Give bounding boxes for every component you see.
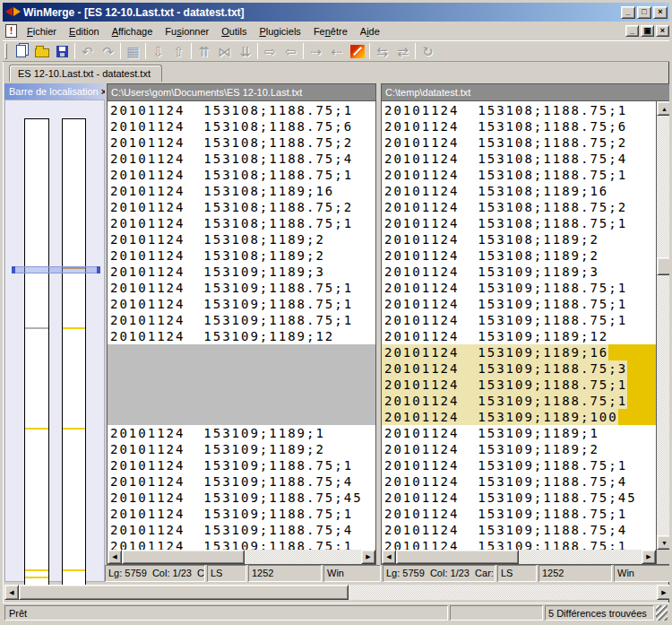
- swap-left-button[interactable]: ⇄: [392, 42, 413, 61]
- scroll-right-arrow[interactable]: ▶: [361, 550, 375, 564]
- mdi-restore-button[interactable]: ▣: [641, 25, 654, 37]
- next-difference-button[interactable]: ⇩: [148, 42, 168, 61]
- location-bar-left-file[interactable]: [24, 118, 49, 587]
- right-vertical-scrollbar[interactable]: ▲ ▼: [656, 101, 672, 550]
- file-line[interactable]: 20101124 153109;1188.75;1: [108, 280, 375, 296]
- file-line[interactable]: 20101124 153108;1189;16: [382, 183, 656, 199]
- left-file-content[interactable]: 20101124 153108;1188.75;120101124 153108…: [108, 101, 375, 550]
- copy-left-button[interactable]: ⇦: [280, 42, 301, 61]
- file-line[interactable]: 20101124 153109;1188.75;1: [108, 506, 375, 522]
- menu-item[interactable]: Affichage: [106, 23, 159, 39]
- right-horizontal-scrollbar[interactable]: ◀ ▶: [382, 550, 656, 564]
- right-file-path-header[interactable]: C:\temp\datatest.txt: [382, 84, 672, 101]
- file-line[interactable]: 20101124 153109;1189;12: [108, 328, 375, 344]
- new-button[interactable]: [11, 42, 31, 61]
- file-line[interactable]: 20101124 153109;1189;12: [382, 328, 656, 344]
- file-line[interactable]: 20101124 153109;1188.75;1: [382, 312, 656, 328]
- file-line[interactable]: 20101124 153109;1189;3: [108, 264, 375, 280]
- visible-area-indicator[interactable]: [12, 266, 100, 273]
- view-grid-button[interactable]: ▦: [123, 42, 143, 61]
- swap-right-button[interactable]: ⇆: [372, 42, 392, 61]
- file-line[interactable]: 20101124 153108;1188.75;1: [382, 167, 656, 183]
- scrollbar-thumb[interactable]: [396, 550, 519, 564]
- menu-item[interactable]: Aide: [354, 23, 386, 39]
- file-line[interactable]: 20101124 153109;1188.75;4: [382, 473, 656, 490]
- menu-item[interactable]: Edition: [63, 23, 106, 39]
- file-line[interactable]: 20101124 153108;1188.75;1: [382, 102, 656, 118]
- file-line[interactable]: 20101124 153109;1189;2: [382, 441, 656, 457]
- file-line[interactable]: 20101124 153109;1188.75;1: [108, 312, 375, 328]
- scrollbar-thumb[interactable]: [19, 585, 349, 600]
- scrollbar-thumb[interactable]: [657, 257, 672, 275]
- file-line[interactable]: 20101124 153108;1189;2: [108, 247, 375, 264]
- open-button[interactable]: [31, 42, 52, 61]
- file-line[interactable]: 20101124 153109;1188.75;1: [108, 457, 375, 473]
- file-line[interactable]: 20101124 153109;1188.75;1: [382, 457, 656, 473]
- first-difference-button[interactable]: ⇈: [194, 42, 214, 61]
- file-line[interactable]: 20101124 153108;1189;2: [382, 247, 656, 264]
- menu-item[interactable]: Plugiciels: [253, 23, 306, 39]
- diff-line[interactable]: 20101124 153109;1188.75;3: [382, 360, 656, 377]
- file-line[interactable]: 20101124 153109;1189;1: [108, 425, 375, 441]
- file-line[interactable]: 20101124 153108;1188.75;2: [382, 135, 656, 151]
- scroll-right-arrow[interactable]: ▶: [642, 550, 656, 564]
- location-map[interactable]: [4, 100, 105, 582]
- diff-line[interactable]: 20101124 153109;1188.75;1: [382, 377, 656, 393]
- left-file-path-header[interactable]: C:\Users\gom\Documents\ES 12-10.Last.txt: [108, 84, 375, 101]
- right-file-content[interactable]: 20101124 153108;1188.75;120101124 153108…: [382, 101, 656, 550]
- menu-item[interactable]: Fusionner: [159, 23, 215, 39]
- file-line[interactable]: 20101124 153109;1188.75;1: [382, 280, 656, 296]
- file-line[interactable]: 20101124 153109;1188.75;4: [108, 473, 375, 490]
- file-line[interactable]: 20101124 153108;1188.75;2: [108, 199, 375, 215]
- close-button[interactable]: ×: [653, 6, 668, 19]
- file-line[interactable]: 20101124 153108;1188.75;6: [108, 118, 375, 135]
- menu-item[interactable]: Fichier: [21, 23, 63, 39]
- file-line[interactable]: 20101124 153109;1189;3: [382, 264, 656, 280]
- refresh-button[interactable]: ↻: [418, 42, 438, 61]
- scroll-left-arrow[interactable]: ◀: [4, 585, 19, 600]
- file-line[interactable]: 20101124 153108;1188.75;6: [382, 118, 656, 135]
- scroll-right-arrow[interactable]: ▶: [657, 585, 671, 600]
- menu-item[interactable]: Outils: [215, 23, 253, 39]
- file-line[interactable]: 20101124 153109;1188.75;4: [382, 522, 656, 538]
- resize-grip[interactable]: [656, 605, 668, 621]
- file-line[interactable]: 20101124 153108;1188.75;2: [108, 135, 375, 151]
- undo-button[interactable]: ↶: [77, 42, 98, 61]
- save-button[interactable]: [52, 42, 73, 61]
- location-bar-right-file[interactable]: [62, 118, 86, 587]
- minimize-button[interactable]: _: [621, 6, 635, 19]
- file-line[interactable]: 20101124 153108;1188.75;1: [382, 215, 656, 231]
- file-line[interactable]: 20101124 153109;1188.75;45: [108, 490, 375, 506]
- tab-compare[interactable]: ES 12-10.Last.txt - datatest.txt: [9, 65, 162, 82]
- diff-line[interactable]: 20101124 153109;1188.75;1: [382, 393, 656, 409]
- file-line[interactable]: 20101124 153109;1188.75;1: [108, 538, 375, 550]
- scroll-down-arrow[interactable]: ▼: [657, 535, 672, 550]
- menu-item[interactable]: Fenêtre: [307, 23, 354, 39]
- left-horizontal-scrollbar[interactable]: ◀ ▶: [108, 550, 375, 564]
- toolbar-gripper[interactable]: [4, 43, 7, 59]
- file-line[interactable]: 20101124 153108;1188.75;1: [108, 102, 375, 118]
- window-horizontal-scrollbar[interactable]: ◀ ▶: [4, 585, 671, 600]
- file-line[interactable]: 20101124 153109;1188.75;1: [382, 296, 656, 312]
- diff-line[interactable]: 20101124 153109;1189;16: [382, 344, 656, 360]
- maximize-button[interactable]: □: [637, 6, 651, 19]
- file-line[interactable]: 20101124 153108;1188.75;4: [382, 151, 656, 167]
- file-line[interactable]: 20101124 153108;1189;2: [382, 231, 656, 247]
- file-line[interactable]: 20101124 153108;1189;16: [108, 183, 375, 199]
- file-line[interactable]: 20101124 153108;1188.75;1: [108, 167, 375, 183]
- file-line[interactable]: 20101124 153108;1188.75;1: [108, 215, 375, 231]
- file-line[interactable]: 20101124 153109;1188.75;1: [382, 538, 656, 550]
- copy-right-advance-button[interactable]: ⇢: [306, 42, 326, 61]
- current-difference-button[interactable]: ⋈: [214, 42, 235, 61]
- file-line[interactable]: 20101124 153108;1188.75;4: [108, 151, 375, 167]
- file-line[interactable]: 20101124 153109;1188.75;4: [108, 522, 375, 538]
- scroll-left-arrow[interactable]: ◀: [382, 550, 396, 564]
- scroll-up-arrow[interactable]: ▲: [657, 101, 672, 116]
- last-difference-button[interactable]: ⇊: [235, 42, 255, 61]
- scrollbar-thumb[interactable]: [122, 550, 245, 564]
- previous-difference-button[interactable]: ⇧: [168, 42, 189, 61]
- mdi-close-button[interactable]: ×: [656, 25, 669, 37]
- mdi-minimize-button[interactable]: _: [625, 25, 639, 37]
- file-line[interactable]: 20101124 153109;1188.75;1: [382, 506, 656, 522]
- close-icon[interactable]: ×: [99, 86, 105, 97]
